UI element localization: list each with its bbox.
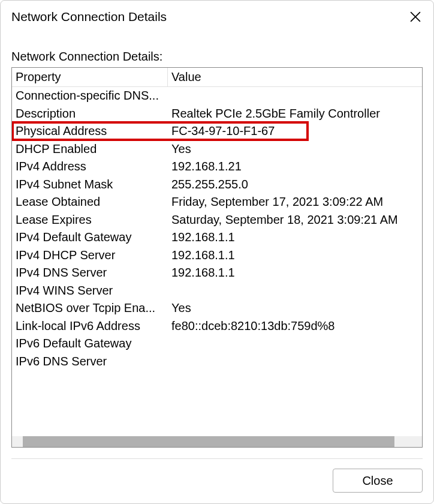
table-row[interactable]: Link-local IPv6 Addressfe80::dceb:8210:1… [12, 317, 422, 335]
titlebar: Network Connection Details [1, 1, 433, 31]
property-cell: IPv4 WINS Server [12, 282, 168, 300]
value-cell: 192.168.1.1 [168, 264, 422, 282]
details-table: Property Value Connection-specific DNS..… [11, 67, 423, 448]
value-cell: Realtek PCIe 2.5GbE Family Controller [168, 105, 422, 123]
value-cell [168, 87, 422, 105]
table-row[interactable]: IPv4 Subnet Mask255.255.255.0 [12, 176, 422, 194]
table-row[interactable]: DHCP EnabledYes [12, 140, 422, 158]
property-cell: DHCP Enabled [12, 140, 168, 158]
value-cell: 192.168.1.1 [168, 229, 422, 247]
property-cell: Description [12, 105, 168, 123]
property-cell: IPv4 Address [12, 158, 168, 176]
table-row[interactable]: DescriptionRealtek PCIe 2.5GbE Family Co… [12, 105, 422, 123]
property-cell: IPv4 DNS Server [12, 264, 168, 282]
value-cell: Saturday, September 18, 2021 3:09:21 AM [168, 211, 422, 229]
property-cell: Connection-specific DNS... [12, 87, 168, 105]
close-icon[interactable] [408, 10, 423, 24]
header-property[interactable]: Property [12, 68, 168, 86]
property-cell: Physical Address [12, 122, 168, 140]
table-row[interactable]: NetBIOS over Tcpip Ena...Yes [12, 299, 422, 317]
table-body: Connection-specific DNS...DescriptionRea… [12, 87, 422, 370]
value-cell: 192.168.1.1 [168, 247, 422, 265]
content-area: Network Connection Details: Property Val… [1, 31, 433, 459]
value-cell: Yes [168, 140, 422, 158]
property-cell: IPv6 Default Gateway [12, 335, 168, 353]
property-cell: Lease Expires [12, 211, 168, 229]
value-cell: fe80::dceb:8210:13db:759d%8 [168, 317, 422, 335]
table-row[interactable]: IPv4 Address192.168.1.21 [12, 158, 422, 176]
property-cell: IPv4 Subnet Mask [12, 176, 168, 194]
x-icon [410, 11, 421, 22]
value-cell [168, 353, 422, 371]
property-cell: NetBIOS over Tcpip Ena... [12, 299, 168, 317]
horizontal-scrollbar[interactable] [12, 436, 422, 447]
table-row[interactable]: IPv4 WINS Server [12, 282, 422, 300]
table-row[interactable]: IPv4 DNS Server192.168.1.1 [12, 264, 422, 282]
close-button[interactable]: Close [333, 469, 423, 493]
table-row[interactable]: IPv6 Default Gateway [12, 335, 422, 353]
dialog-window: Network Connection Details Network Conne… [0, 0, 434, 504]
dialog-footer: Close [1, 459, 433, 503]
table-row[interactable]: IPv6 DNS Server [12, 353, 422, 371]
table-row[interactable]: IPv4 Default Gateway192.168.1.1 [12, 229, 422, 247]
value-cell: 192.168.1.21 [168, 158, 422, 176]
table-header-row: Property Value [12, 68, 422, 87]
table-row[interactable]: Lease ExpiresSaturday, September 18, 202… [12, 211, 422, 229]
value-cell: FC-34-97-10-F1-67 [168, 122, 422, 140]
details-label: Network Connection Details: [11, 50, 423, 64]
value-cell [168, 282, 422, 300]
value-cell [168, 335, 422, 353]
scrollbar-thumb[interactable] [23, 436, 394, 447]
table-row[interactable]: Lease ObtainedFriday, September 17, 2021… [12, 193, 422, 211]
value-cell: Friday, September 17, 2021 3:09:22 AM [168, 193, 422, 211]
table-row[interactable]: Physical AddressFC-34-97-10-F1-67 [12, 122, 422, 140]
header-value[interactable]: Value [168, 68, 422, 86]
property-cell: Lease Obtained [12, 193, 168, 211]
property-cell: Link-local IPv6 Address [12, 317, 168, 335]
window-title: Network Connection Details [11, 10, 167, 24]
table-row[interactable]: IPv4 DHCP Server192.168.1.1 [12, 247, 422, 265]
property-cell: IPv4 Default Gateway [12, 229, 168, 247]
value-cell: Yes [168, 299, 422, 317]
table-row[interactable]: Connection-specific DNS... [12, 87, 422, 105]
property-cell: IPv6 DNS Server [12, 353, 168, 371]
property-cell: IPv4 DHCP Server [12, 247, 168, 265]
value-cell: 255.255.255.0 [168, 176, 422, 194]
